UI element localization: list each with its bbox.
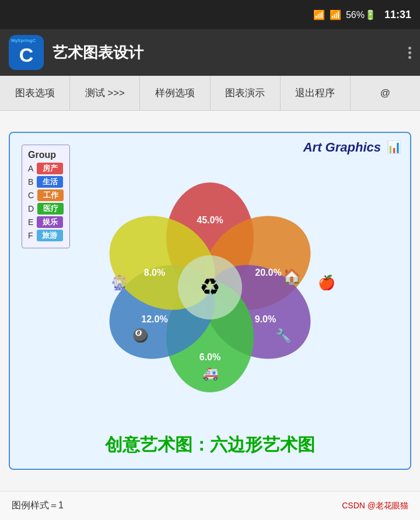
svg-text:9.0%: 9.0%	[255, 314, 276, 324]
legend-item-b: B 生活	[28, 176, 64, 188]
app-title: 艺术图表设计	[52, 43, 408, 63]
legend-item-a: A 房产	[28, 163, 64, 174]
nav-item-chart-options[interactable]: 图表选项	[0, 76, 70, 110]
chart-container: Art Graphics 📊 Group A 房产 B 生活 C 工作 D 医疗…	[9, 132, 411, 470]
legend-item-f: F 旅游	[28, 230, 64, 241]
svg-text:🎡: 🎡	[111, 274, 128, 291]
footer-left-text: 图例样式＝1	[12, 500, 64, 512]
footer: 图例样式＝1 CSDN @老花眼猫	[0, 491, 420, 520]
nav-bar: 图表选项 测试 >>> 样例选项 图表演示 退出程序 @	[0, 76, 420, 111]
menu-button[interactable]	[408, 47, 411, 59]
svg-text:6.0%: 6.0%	[200, 352, 220, 362]
chart-bar-icon: 📊	[387, 140, 401, 154]
status-bar: 📶 📶 56%🔋 11:31	[0, 0, 420, 29]
legend-title: Group	[28, 150, 64, 160]
flower-chart: ♻ 45.0% 20.0% 9.0% 6.0% 12.0% 8.0% 🏠 🍎 🔧…	[85, 162, 335, 415]
svg-text:🍎: 🍎	[318, 274, 335, 291]
time-text: 11:31	[384, 9, 411, 21]
svg-text:20.0%: 20.0%	[255, 268, 281, 277]
legend: Group A 房产 B 生活 C 工作 D 医疗 E 娱乐 F	[22, 145, 70, 248]
c-letter: C	[19, 44, 34, 66]
legend-item-c: C 工作	[28, 189, 64, 201]
signal-icon: 📶	[330, 9, 341, 20]
svg-text:♻: ♻	[200, 274, 220, 300]
legend-item-e: E 娱乐	[28, 216, 64, 228]
nav-item-at[interactable]: @	[351, 76, 420, 110]
main-content: Art Graphics 📊 Group A 房产 B 生活 C 工作 D 医疗…	[0, 111, 420, 491]
app-icon: MySpringC C	[9, 35, 44, 70]
svg-text:45.0%: 45.0%	[197, 215, 223, 225]
svg-text:12.0%: 12.0%	[141, 314, 167, 324]
svg-text:🚑: 🚑	[202, 366, 219, 381]
svg-text:🏠: 🏠	[282, 267, 302, 286]
svg-text:8.0%: 8.0%	[144, 268, 165, 277]
title-bar: MySpringC C 艺术图表设计	[0, 29, 420, 76]
myspringc-label: MySpringC	[11, 38, 36, 43]
legend-item-d: D 医疗	[28, 203, 64, 215]
nav-item-chart-demo[interactable]: 图表演示	[211, 76, 281, 110]
svg-text:🔧: 🔧	[275, 328, 292, 343]
chart-bottom-text: 创意艺术图：六边形艺术图	[105, 433, 315, 457]
battery-text: 56%🔋	[346, 9, 376, 20]
chart-title: Art Graphics	[303, 140, 381, 155]
wifi-icon: 📶	[313, 9, 325, 20]
nav-item-test[interactable]: 测试 >>>	[70, 76, 140, 110]
svg-text:🎱: 🎱	[132, 328, 149, 343]
nav-item-exit[interactable]: 退出程序	[281, 76, 351, 110]
footer-right-text: CSDN @老花眼猫	[342, 501, 408, 511]
nav-item-sample-options[interactable]: 样例选项	[140, 76, 210, 110]
